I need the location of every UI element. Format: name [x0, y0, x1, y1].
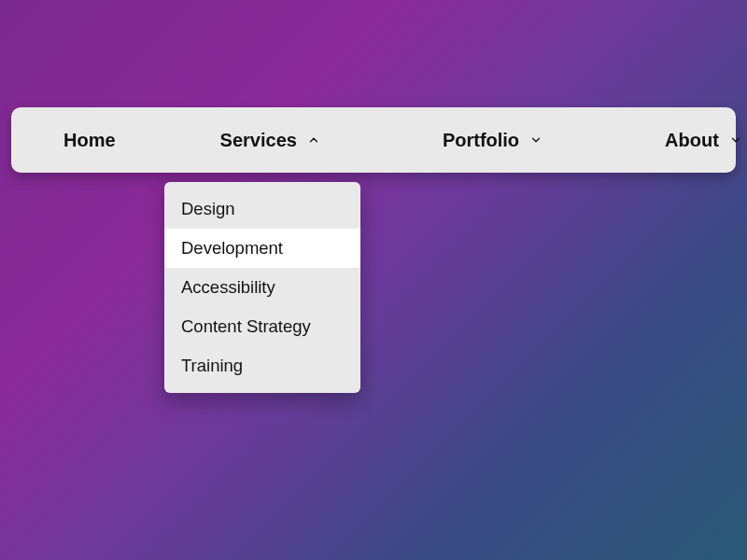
nav-item-label: Home [63, 130, 116, 151]
dropdown-item-development[interactable]: Development [164, 229, 360, 268]
nav-item-label: Portfolio [443, 130, 519, 151]
dropdown-item-label: Development [181, 238, 283, 258]
dropdown-item-accessibility[interactable]: Accessibility [164, 268, 360, 307]
dropdown-item-label: Content Strategy [181, 316, 311, 336]
chevron-down-icon [728, 133, 743, 147]
dropdown-item-label: Training [181, 356, 243, 375]
dropdown-item-content-strategy[interactable]: Content Strategy [164, 307, 360, 346]
nav-item-label: About [665, 130, 719, 151]
services-dropdown: Design Development Accessibility Content… [164, 182, 360, 393]
chevron-down-icon [529, 133, 543, 147]
chevron-up-icon [306, 133, 321, 147]
dropdown-item-training[interactable]: Training [164, 346, 360, 385]
dropdown-item-label: Accessibility [181, 277, 275, 297]
nav-item-about[interactable]: About [631, 107, 747, 173]
nav-item-home[interactable]: Home [30, 107, 149, 173]
main-navbar: Home Services Portfolio About [11, 107, 736, 173]
nav-item-portfolio[interactable]: Portfolio [409, 107, 577, 173]
nav-item-services[interactable]: Services [187, 107, 355, 173]
dropdown-item-label: Design [181, 199, 235, 218]
dropdown-item-design[interactable]: Design [164, 189, 360, 229]
nav-item-label: Services [220, 130, 297, 151]
